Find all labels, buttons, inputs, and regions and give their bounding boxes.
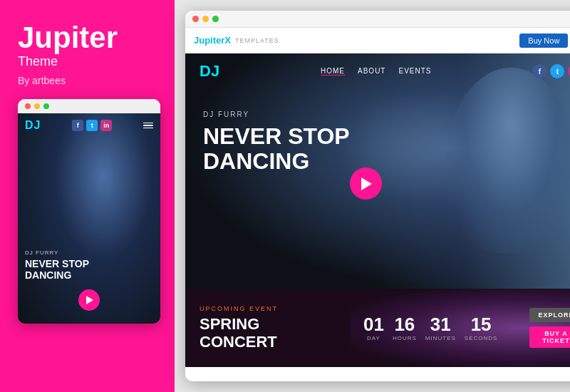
right-panel: JupiterX TEMPLATES Buy Now ✕ DJ HOME ABO…: [175, 0, 570, 392]
countdown-seconds: 15 SECONDS: [465, 315, 498, 341]
event-bar: UPCOMING EVENT SPRING CONCERT 01 DAY 16 …: [185, 289, 570, 367]
mini-social-icons: f t in: [72, 120, 112, 131]
explore-button[interactable]: EXPLORE: [529, 308, 570, 322]
mini-hero-text: DJ FURRY NEVER STOP DANCING: [25, 249, 89, 281]
countdown-minutes-number: 31: [425, 315, 456, 334]
site-hero: DJ HOME ABOUT EVENTS f t in DJ FURRY: [185, 53, 570, 289]
hero-headline: NEVER STOP DANCING: [203, 124, 445, 174]
event-upcoming-label: UPCOMING EVENT: [200, 305, 328, 312]
countdown-seconds-number: 15: [465, 315, 498, 334]
countdown-day-label: DAY: [363, 335, 384, 341]
event-buttons: EXPLORE BUY A TICKET: [529, 308, 570, 348]
nav-events[interactable]: EVENTS: [398, 67, 431, 76]
countdown-hours-label: HOURS: [393, 335, 417, 341]
buy-ticket-button[interactable]: BUY A TICKET: [529, 326, 570, 348]
big-logo-area: JupiterX TEMPLATES: [194, 35, 279, 46]
nav-home[interactable]: HOME: [321, 67, 345, 76]
big-templates-label: TEMPLATES: [235, 37, 279, 44]
mini-browser-bar: [18, 99, 160, 113]
hero-play-button[interactable]: [350, 167, 382, 200]
countdown-day: 01 DAY: [363, 315, 384, 341]
mini-dot-green: [43, 103, 49, 109]
mini-dj-label: DJ FURRY: [25, 249, 89, 256]
mini-play-button[interactable]: [78, 289, 100, 311]
site-nav: DJ HOME ABOUT EVENTS f t in: [185, 53, 570, 89]
event-title: SPRING CONCERT: [200, 316, 328, 350]
mini-nav: DJ f t in: [18, 119, 160, 132]
big-browser-mockup: JupiterX TEMPLATES Buy Now ✕ DJ HOME ABO…: [185, 11, 570, 381]
big-dot-red: [192, 16, 199, 22]
site-social-icons: f t in: [532, 64, 570, 78]
site-logo: DJ: [200, 62, 219, 81]
big-browser-header: JupiterX TEMPLATES Buy Now ✕: [185, 28, 570, 53]
countdown-minutes-label: MINUTES: [425, 335, 456, 341]
theme-subtitle: Theme: [18, 54, 118, 69]
countdown-hours-number: 16: [393, 315, 417, 334]
mini-browser-mockup: DJ f t in DJ FURRY NEVER STOP DANCING: [18, 99, 160, 324]
site-nav-links: HOME ABOUT EVENTS: [321, 67, 431, 76]
site-twitter-icon: t: [550, 64, 564, 78]
buy-now-button[interactable]: Buy Now: [519, 33, 568, 48]
big-site-content: DJ HOME ABOUT EVENTS f t in DJ FURRY: [185, 53, 570, 381]
mini-dot-red: [25, 103, 31, 109]
mini-dj-logo: DJ: [25, 119, 41, 132]
event-info: UPCOMING EVENT SPRING CONCERT: [200, 305, 328, 350]
left-panel: Jupiter Theme By artbees DJ f t in: [0, 0, 175, 392]
theme-title-block: Jupiter Theme By artbees: [18, 21, 118, 99]
countdown-day-number: 01: [363, 315, 384, 334]
mini-instagram-icon: in: [100, 120, 112, 131]
big-browser-bar: [185, 11, 570, 28]
big-header-actions: Buy Now ✕: [519, 33, 570, 48]
theme-title: Jupiter: [18, 21, 118, 54]
mini-facebook-icon: f: [72, 120, 83, 131]
mini-hamburger-icon: [143, 123, 153, 129]
site-facebook-icon: f: [532, 64, 546, 78]
hero-dj-label: DJ FURRY: [203, 110, 445, 118]
countdown-minutes: 31 MINUTES: [425, 315, 456, 341]
mini-dot-yellow: [34, 103, 40, 109]
mini-twitter-icon: t: [86, 120, 98, 131]
big-dot-yellow: [202, 16, 209, 22]
mini-site-content: DJ f t in DJ FURRY NEVER STOP DANCING: [18, 113, 160, 324]
hero-content: DJ FURRY NEVER STOP DANCING: [203, 110, 445, 174]
big-dot-green: [212, 16, 219, 22]
nav-about[interactable]: ABOUT: [358, 67, 385, 76]
event-countdown: 01 DAY 16 HOURS 31 MINUTES 15 SECONDS: [363, 315, 497, 341]
countdown-hours: 16 HOURS: [393, 315, 417, 341]
theme-author: By artbees: [18, 75, 118, 86]
countdown-seconds-label: SECONDS: [465, 335, 498, 341]
mini-headline: NEVER STOP DANCING: [25, 258, 89, 281]
big-logo-text: JupiterX: [194, 35, 231, 46]
